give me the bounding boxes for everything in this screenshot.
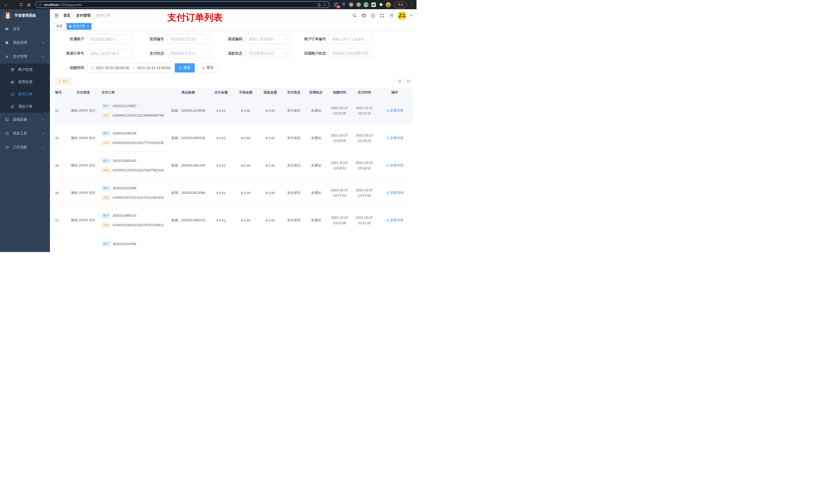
notify-status-filter-select[interactable]: 请选择订单回调商户状态: [329, 49, 373, 58]
browser-reload-button[interactable]: [18, 1, 25, 8]
view-detail-link[interactable]: 查看详情: [386, 108, 403, 113]
sidebar: 芋道管理系统 首页 系统管理 ¥ 支付管理 商户信息: [0, 9, 50, 252]
date-range-picker[interactable]: 2021-10-01 00:00:00 - 2021-10-31 23:59:5…: [87, 63, 171, 72]
export-button[interactable]: 导出: [55, 78, 71, 85]
view-detail-link[interactable]: 查看详情: [386, 136, 403, 140]
cell-action: 查看详情: [377, 136, 413, 140]
refresh-table-button[interactable]: [405, 78, 411, 84]
help-button[interactable]: ?: [371, 13, 376, 18]
sidebar-item-home[interactable]: 首页: [0, 22, 50, 36]
browser-home-button[interactable]: [26, 1, 32, 8]
user-avatar[interactable]: [398, 12, 406, 20]
extension-dot-icon[interactable]: [356, 2, 361, 7]
view-detail-link[interactable]: 查看详情: [386, 163, 403, 168]
cell-amount: ¥ 0.01: [209, 136, 233, 140]
close-tag-icon[interactable]: ×: [87, 25, 89, 28]
tag-pay-order[interactable]: 支付订单 ×: [67, 23, 91, 30]
cell-channel: 微信 JSAPI 支付: [67, 108, 100, 113]
fullscreen-button[interactable]: [380, 13, 385, 18]
sidebar-item-label: 支付管理: [13, 54, 39, 59]
merchant-filter-input[interactable]: [87, 34, 132, 44]
avatar-caret-icon[interactable]: [410, 15, 412, 18]
sidebar-item-merchant-info[interactable]: 商户信息: [0, 64, 50, 76]
search-button[interactable]: 搜索: [175, 63, 195, 72]
cell-id: 21: [55, 109, 67, 113]
cell-notify-status: 未通知: [305, 108, 327, 113]
bookmark-star-icon[interactable]: ☆: [323, 2, 326, 7]
sidebar-item-system[interactable]: 系统管理: [0, 36, 50, 50]
channel-order-filter-input[interactable]: [87, 49, 132, 58]
sidebar-item-pay-order[interactable]: ¥ 支付订单: [0, 88, 50, 100]
pay-tag: 支付: [101, 168, 111, 173]
cell-id: 20: [55, 136, 67, 140]
sidebar-item-infra[interactable]: 基础设施: [0, 113, 50, 126]
share-button[interactable]: [317, 3, 321, 7]
breadcrumb-home[interactable]: 首页: [63, 13, 70, 18]
pay-order-no: 4200001167202110271022491439: [113, 196, 164, 199]
extension-chat-icon[interactable]: [371, 2, 376, 7]
extensions-puzzle-icon[interactable]: [379, 2, 383, 7]
search-icon: [386, 191, 389, 194]
pay-status-filter-select[interactable]: 请选择支付状态: [167, 49, 212, 58]
cell-notify-status: 未通知: [305, 136, 327, 140]
cell-amount: ¥ 0.01: [209, 218, 233, 222]
cell-refund: ¥ 0.00: [258, 164, 283, 167]
col-title: 商品标题: [168, 90, 209, 95]
create-time-filter-label: 创建时间: [55, 66, 87, 70]
cell-pay-order: 商户1635311823086 支付4200001167202110271022…: [100, 186, 168, 200]
svg-text:¥: ¥: [12, 94, 13, 95]
browser-update-button[interactable]: 更新: [394, 1, 407, 8]
breadcrumb-payment[interactable]: 支付管理: [76, 13, 90, 18]
top-navbar: 首页 / 支付管理 / 支付订单 ? TT: [50, 9, 416, 22]
search-icon: [179, 66, 182, 70]
refund-status-filter-select[interactable]: 请选择退款状态: [245, 49, 290, 58]
extension-command-icon[interactable]: ⌘: [349, 2, 354, 7]
browser-forward-button[interactable]: →: [10, 1, 17, 8]
app-filter-select[interactable]: 请选择应用信息: [167, 34, 212, 44]
cell-pay-order: 商户1635311468233 支付4200001194202110276752…: [100, 213, 168, 228]
merchant-tag: 商户: [101, 213, 111, 218]
pay-order-no: 4200001194202110276752100612: [113, 223, 164, 227]
payment-submenu: 商户信息 应用信息 ¥ 支付订单 退款订单: [0, 64, 50, 113]
extension-y-icon[interactable]: y: [364, 2, 368, 7]
tag-home[interactable]: 首页: [54, 23, 65, 30]
view-detail-link[interactable]: 查看详情: [386, 191, 403, 195]
hide-search-button[interactable]: [397, 78, 403, 84]
table-row: 20 微信 JSAPI 支付 商户1635311949168 支付4200001…: [55, 124, 413, 152]
header-search-button[interactable]: [352, 13, 357, 18]
fullscreen-icon: [380, 13, 384, 18]
search-icon: [352, 13, 357, 18]
sidebar-item-refund-order[interactable]: 退款订单: [0, 100, 50, 113]
chevron-down-icon: [42, 118, 44, 121]
channel-code-filter-select[interactable]: 请输入渠道编码: [245, 34, 290, 44]
browser-menu-icon[interactable]: ⋮: [410, 2, 413, 7]
merchant-order-no: 1635311154796: [113, 242, 136, 246]
extension-tabs-icon[interactable]: 10: [334, 2, 339, 7]
merchant-order-filter-input[interactable]: [329, 34, 373, 44]
filter-row-3: 创建时间 2021-10-01 00:00:00 - 2021-10-31 23…: [55, 63, 411, 72]
address-bar[interactable]: i localhost:1024/pay/order ☆: [35, 1, 329, 8]
table-row: 17 微信 JSAPI 支付 商户1635311468233 支付4200001…: [55, 207, 413, 234]
active-dot: [69, 25, 71, 27]
profile-emoji-icon[interactable]: [386, 2, 390, 7]
shop-icon: [10, 68, 15, 72]
reset-button[interactable]: 重置: [198, 63, 218, 72]
view-detail-link[interactable]: 查看详情: [386, 218, 403, 222]
sidebar-item-app-info[interactable]: 应用信息: [0, 76, 50, 88]
github-button[interactable]: [361, 13, 366, 18]
extension-gem-icon[interactable]: [341, 2, 346, 7]
sidebar-item-workflow[interactable]: 工作流程: [0, 140, 50, 154]
cell-channel: 微信 JSAPI 支付: [67, 163, 100, 168]
cell-refund: ¥ 0.00: [258, 136, 283, 140]
sidebar-collapse-button[interactable]: [54, 13, 59, 18]
cell-pay-time: 2021-10-2713:17:08: [352, 188, 377, 198]
breadcrumb-separator: /: [73, 14, 74, 18]
merchant-tag: 商户: [101, 103, 111, 109]
site-info-icon[interactable]: i: [39, 3, 42, 6]
sidebar-item-payment[interactable]: ¥ 支付管理: [0, 50, 50, 64]
font-size-button[interactable]: TT: [389, 13, 394, 18]
sidebar-logo[interactable]: 芋道管理系统: [0, 9, 50, 22]
sidebar-item-devtools[interactable]: 研发工具: [0, 126, 50, 140]
pay-tag: 支付: [101, 222, 111, 228]
browser-back-button[interactable]: ←: [3, 1, 9, 8]
